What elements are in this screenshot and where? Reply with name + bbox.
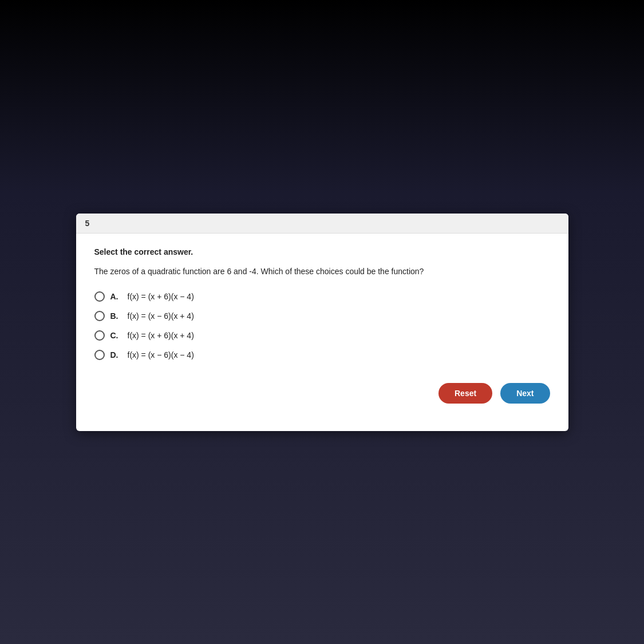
- radio-option-D[interactable]: [94, 350, 105, 360]
- option-label-A: A.: [110, 292, 122, 301]
- option-text-B: f(x) = (x − 6)(x + 4): [128, 311, 194, 321]
- list-item: D.f(x) = (x − 6)(x − 4): [94, 350, 550, 360]
- card-header: 5: [76, 214, 568, 234]
- question-card: 5 Select the correct answer. The zeros o…: [76, 214, 568, 431]
- card-body: Select the correct answer. The zeros of …: [76, 234, 568, 420]
- next-button[interactable]: Next: [500, 383, 550, 404]
- question-text: The zeros of a quadratic function are 6 …: [94, 266, 550, 278]
- question-number: 5: [85, 219, 90, 228]
- option-label-D: D.: [110, 350, 122, 359]
- list-item: A.f(x) = (x + 6)(x − 4): [94, 291, 550, 302]
- radio-option-B[interactable]: [94, 311, 105, 321]
- buttons-row: Reset Next: [94, 378, 550, 404]
- radio-option-A[interactable]: [94, 291, 105, 302]
- option-text-A: f(x) = (x + 6)(x − 4): [128, 292, 194, 301]
- background: 5 Select the correct answer. The zeros o…: [0, 0, 644, 644]
- instruction-text: Select the correct answer.: [94, 247, 550, 256]
- option-text-C: f(x) = (x + 6)(x + 4): [128, 331, 194, 340]
- list-item: B.f(x) = (x − 6)(x + 4): [94, 311, 550, 321]
- list-item: C.f(x) = (x + 6)(x + 4): [94, 330, 550, 341]
- radio-option-C[interactable]: [94, 330, 105, 341]
- option-text-D: f(x) = (x − 6)(x − 4): [128, 350, 194, 359]
- option-label-C: C.: [110, 331, 122, 340]
- reset-button[interactable]: Reset: [438, 383, 492, 404]
- option-label-B: B.: [110, 311, 122, 321]
- options-list: A.f(x) = (x + 6)(x − 4)B.f(x) = (x − 6)(…: [94, 291, 550, 360]
